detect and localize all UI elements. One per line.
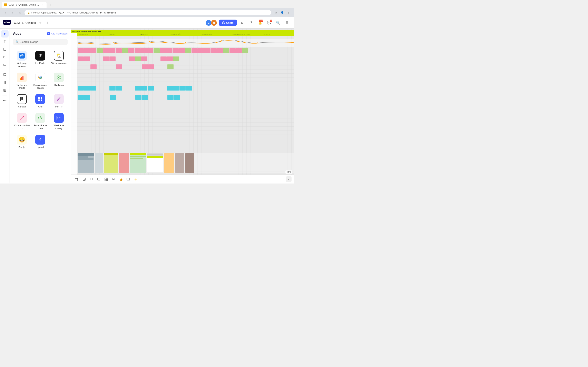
reload-button[interactable]: ↻: [17, 10, 23, 16]
svg-point-25: [58, 77, 60, 78]
tab-close-button[interactable]: ✕: [41, 3, 44, 7]
bottom-tool-layout[interactable]: [103, 176, 109, 183]
app-item-paste-iframe[interactable]: Paste iFrame code: [31, 110, 49, 132]
apps-panel-title: Apps: [13, 32, 21, 35]
svg-rect-14: [58, 55, 61, 58]
board-row-labels: [71, 33, 77, 175]
sidebar-tool-select[interactable]: [1, 30, 9, 38]
sidebar-tool-image[interactable]: [1, 53, 9, 61]
app-icon-mindmap: [54, 73, 64, 82]
add-more-apps-button[interactable]: + Add more apps: [47, 32, 68, 35]
profile-button[interactable]: 👤: [279, 10, 285, 16]
tab-title: CJM - S7 Airlines, Online Whit...: [9, 3, 39, 6]
sidebar-tool-text[interactable]: T: [1, 38, 9, 45]
app-label-webpage: Web page capture: [14, 62, 30, 68]
miro-logo: miro: [3, 20, 11, 26]
sidebar-tool-shape[interactable]: [1, 61, 9, 68]
new-tab-button[interactable]: +: [47, 2, 53, 8]
bottom-tool-like[interactable]: 👍: [118, 176, 124, 183]
app-item-pen[interactable]: Pen / P: [50, 92, 68, 110]
share-button[interactable]: Share: [219, 20, 237, 26]
sidebar-tool-table[interactable]: [1, 87, 9, 94]
app-label-tables: Tables and charts: [14, 83, 30, 90]
bottom-tool-lightning[interactable]: ⚡: [132, 176, 139, 183]
app-label-mindmap: Mind map: [54, 83, 64, 86]
forward-button[interactable]: ›: [10, 10, 16, 16]
svg-rect-17: [20, 78, 21, 80]
tab-bar: CJM - S7 Airlines, Online Whit... ✕ +: [0, 0, 294, 8]
svg-rect-43: [38, 100, 40, 101]
bottom-tool-comment[interactable]: [88, 176, 95, 183]
app-label-kanban: Kanban: [18, 105, 26, 108]
bottom-tool-export[interactable]: [110, 176, 117, 183]
url-bar[interactable]: 🔒 miro.com/app/board/o9J_ky1F_TM=/?moveT…: [25, 10, 271, 15]
svg-line-32: [58, 76, 59, 77]
sidebar-tool-comment[interactable]: [1, 71, 9, 78]
app-label-connection: Connection line / L: [14, 124, 30, 130]
svg-rect-6: [4, 89, 6, 92]
search-button[interactable]: 🔍: [274, 19, 282, 26]
toolbar-right: G H Share ⚙ ? 🔔 119 💬 0 🔍 ☰: [205, 19, 291, 26]
svg-point-11: [40, 55, 41, 56]
zoom-indicator: 11%: [285, 170, 292, 174]
svg-point-53: [149, 42, 150, 42]
app-label-stickies: Stickies capture: [51, 62, 67, 65]
app-item-connection[interactable]: Connection line / L: [13, 110, 31, 132]
app-item-wireframe[interactable]: Wireframe Library: [50, 110, 68, 132]
app-item-google-img[interactable]: G Google image search: [31, 70, 49, 91]
app-item-tables[interactable]: Tables and charts: [13, 70, 31, 91]
svg-rect-4: [4, 56, 6, 58]
back-button[interactable]: ‹: [2, 10, 8, 16]
svg-rect-49: [59, 117, 61, 118]
sidebar-divider-1: [2, 70, 7, 70]
bookmark-button[interactable]: ☆: [273, 10, 278, 16]
active-tab[interactable]: CJM - S7 Airlines, Online Whit... ✕: [2, 2, 47, 8]
apps-search-box[interactable]: 🔍: [13, 39, 68, 45]
app-item-emojis[interactable]: 😀 Emojis: [13, 132, 31, 150]
notifications-button[interactable]: 🔔 119: [256, 19, 264, 26]
svg-rect-62: [106, 179, 108, 181]
bottom-tool-screen[interactable]: [125, 176, 131, 183]
app-item-kanban[interactable]: Kanban: [13, 92, 31, 110]
canvas-area[interactable]: CUSTOMER JOURNEY MAP: S7 AIRLINES ПОИСК …: [71, 29, 294, 184]
app-item-iconfinder[interactable]: IconFinder: [31, 48, 49, 69]
tab-favicon: [4, 3, 7, 6]
app-item-webpage[interactable]: Web page capture: [13, 48, 31, 69]
app-item-upload[interactable]: Upload: [31, 132, 49, 150]
svg-point-55: [221, 40, 222, 41]
app-label-pen: Pen / P: [55, 105, 62, 108]
bottom-tool-shape2[interactable]: [95, 176, 102, 183]
apps-search-input[interactable]: [20, 40, 65, 43]
apps-grid: Web page capture IconFinder: [13, 48, 68, 150]
collapse-panel-button[interactable]: «: [286, 176, 292, 182]
settings-button[interactable]: ⚙: [238, 19, 246, 26]
svg-rect-60: [106, 178, 108, 179]
avatar-2: H: [211, 20, 217, 26]
comments-button[interactable]: 💬 0: [265, 19, 273, 26]
miro-app: miro CJM - S7 Airlines ☆ ⬆ G H Share ⚙ ?…: [0, 17, 294, 184]
sidebar-tool-more[interactable]: •••: [1, 97, 9, 104]
svg-rect-61: [105, 179, 106, 181]
app-item-grid[interactable]: Grid: [31, 92, 49, 110]
board-info-button[interactable]: ☰: [283, 19, 291, 26]
menu-button[interactable]: ⋮: [286, 10, 292, 16]
board-content: CUSTOMER JOURNEY MAP: S7 AIRLINES ПОИСК …: [71, 29, 294, 184]
svg-rect-44: [41, 100, 42, 101]
svg-line-33: [59, 76, 60, 77]
sidebar-tool-frame[interactable]: [1, 79, 9, 86]
svg-rect-40: [23, 97, 24, 101]
svg-line-35: [59, 78, 60, 78]
svg-rect-57: [83, 178, 85, 180]
share-export-button[interactable]: ⬆: [44, 19, 52, 26]
favorite-star-button[interactable]: ☆: [39, 21, 42, 25]
bottom-tool-frames[interactable]: [73, 176, 80, 183]
help-button[interactable]: ?: [247, 19, 255, 26]
sidebar-tool-sticky[interactable]: [1, 46, 9, 53]
app-label-paste-iframe: Paste iFrame code: [32, 124, 48, 130]
svg-text:G: G: [39, 76, 41, 78]
app-item-mindmap[interactable]: Mind map: [50, 70, 68, 91]
svg-rect-19: [22, 76, 24, 80]
app-item-stickies[interactable]: Stickies capture: [50, 48, 68, 69]
browser-actions: ☆ 👤 ⋮: [273, 10, 292, 16]
bottom-tool-note[interactable]: [81, 176, 87, 183]
